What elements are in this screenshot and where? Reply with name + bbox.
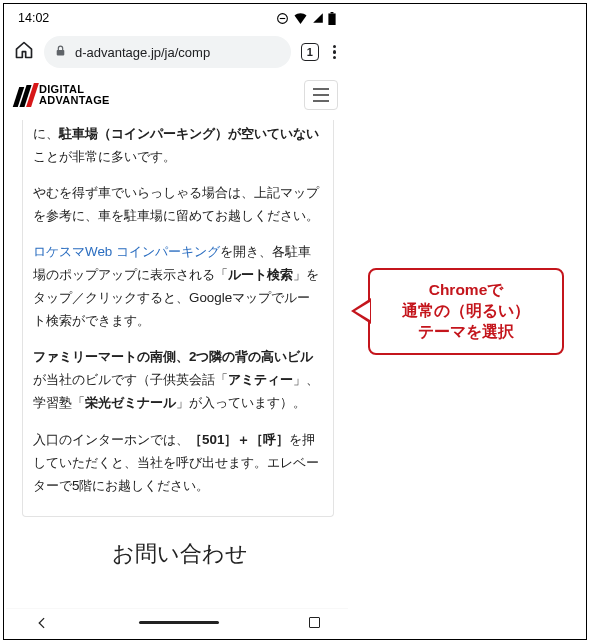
link[interactable]: ロケスマWeb コインパーキング [33, 244, 220, 259]
chrome-toolbar: d-advantage.jp/ja/comp 1 [6, 30, 348, 74]
phone-screenshot: 14:02 d-advantage.jp/ja/comp 1 [6, 6, 348, 636]
svg-rect-2 [331, 12, 334, 13]
section-heading: お問い合わせ [28, 535, 332, 573]
paragraph: やむを得ず車でいらっしゃる場合は、上記マップを参考に、車を駐車場に留めてお越しく… [33, 181, 323, 227]
paragraph: ファミリーマートの南側、2つ隣の背の高いビルが当社のビルです（子供英会話「アミテ… [33, 345, 323, 414]
android-statusbar: 14:02 [6, 6, 348, 30]
home-pill[interactable] [139, 621, 219, 625]
back-button[interactable] [35, 616, 49, 630]
battery-icon [328, 12, 336, 25]
recents-button[interactable] [309, 617, 320, 628]
signal-icon [312, 12, 324, 24]
paragraph: ロケスマWeb コインパーキングを開き、各駐車場のポップアップに表示される「ルー… [33, 240, 323, 332]
callout-line: Chromeで [374, 280, 558, 301]
more-menu-icon[interactable] [329, 41, 340, 64]
logo-line2: ADVANTAGE [39, 95, 110, 106]
home-icon[interactable] [14, 40, 34, 64]
callout-line: テーマを選択 [374, 322, 558, 343]
logo[interactable]: DIGITAL ADVANTAGE [16, 83, 110, 107]
svg-rect-3 [328, 13, 335, 25]
tab-switcher[interactable]: 1 [301, 43, 319, 61]
callout-arrow-icon [351, 298, 371, 324]
page-content: に、駐車場（コインパーキング）が空いていないことが非常に多いです。 やむを得ず車… [6, 116, 348, 572]
page-header: DIGITAL ADVANTAGE [6, 74, 348, 116]
hamburger-menu[interactable] [304, 80, 338, 110]
url-bar[interactable]: d-advantage.jp/ja/comp [44, 36, 291, 68]
lock-icon [54, 43, 67, 61]
callout-line: 通常の（明るい） [374, 301, 558, 322]
wifi-icon [293, 12, 308, 24]
annotation-callout: Chromeで 通常の（明るい） テーマを選択 [368, 268, 564, 355]
svg-rect-4 [57, 50, 65, 55]
paragraph: 入口のインターホンでは、［501］＋［呼］を押していただくと、当社を呼び出せます… [33, 428, 323, 497]
status-icons [276, 12, 336, 25]
url-text: d-advantage.jp/ja/comp [75, 45, 210, 60]
dnd-icon [276, 12, 289, 25]
paragraph: に、駐車場（コインパーキング）が空いていないことが非常に多いです。 [33, 122, 323, 168]
android-navbar [6, 608, 348, 636]
clock: 14:02 [18, 11, 49, 25]
